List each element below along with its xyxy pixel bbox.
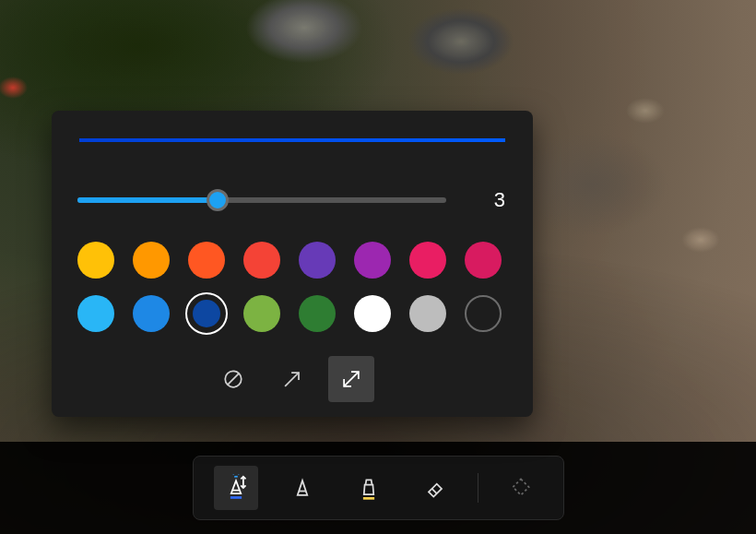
color-swatch-grid xyxy=(77,242,507,332)
stroke-preview xyxy=(79,138,505,142)
toolbar-separator xyxy=(478,473,478,503)
svg-line-9 xyxy=(431,489,436,493)
color-swatch[interactable] xyxy=(354,295,391,332)
svg-rect-10 xyxy=(513,479,528,494)
pen-tool-button[interactable] xyxy=(214,466,258,510)
swatch-row xyxy=(77,242,507,279)
swatch-row xyxy=(77,295,507,332)
pen-icon xyxy=(223,474,249,502)
no-tip-icon xyxy=(220,366,246,392)
eraser-icon xyxy=(422,474,448,502)
color-swatch[interactable] xyxy=(133,295,170,332)
color-swatch[interactable] xyxy=(409,242,446,279)
pen-settings-popup: 3 xyxy=(52,111,533,417)
shape-tool-button[interactable] xyxy=(499,466,543,510)
tip-doublearrow-button[interactable] xyxy=(328,356,374,402)
doublearrow-tip-icon xyxy=(338,366,364,392)
tip-arrow-button[interactable] xyxy=(269,356,315,402)
color-swatch[interactable] xyxy=(465,295,502,332)
arrow-tip-icon xyxy=(279,366,305,392)
color-swatch[interactable] xyxy=(133,242,170,279)
color-swatch[interactable] xyxy=(77,295,114,332)
highlighter-icon xyxy=(356,474,382,502)
thickness-slider[interactable] xyxy=(77,186,446,214)
color-swatch[interactable] xyxy=(243,242,280,279)
line-tip-row xyxy=(77,356,507,402)
color-swatch[interactable] xyxy=(299,295,336,332)
svg-line-2 xyxy=(285,373,299,386)
pen-plain-tool-button[interactable] xyxy=(280,466,325,510)
tip-none-button[interactable] xyxy=(210,356,256,402)
shape-icon xyxy=(508,474,534,502)
color-swatch[interactable] xyxy=(354,242,391,279)
color-swatch[interactable] xyxy=(465,242,502,279)
thickness-row: 3 xyxy=(77,186,507,214)
svg-line-1 xyxy=(228,374,239,385)
markup-toolbar xyxy=(193,456,564,520)
thickness-value: 3 xyxy=(468,188,507,212)
svg-line-3 xyxy=(344,372,359,386)
bottom-bar-area xyxy=(0,442,756,534)
color-swatch[interactable] xyxy=(185,292,228,335)
color-swatch[interactable] xyxy=(243,295,280,332)
slider-fill xyxy=(77,197,218,203)
pen-plain-icon xyxy=(289,474,315,502)
color-swatch[interactable] xyxy=(409,295,446,332)
color-swatch[interactable] xyxy=(77,242,114,279)
color-swatch[interactable] xyxy=(299,242,336,279)
eraser-tool-button[interactable] xyxy=(413,466,457,510)
color-swatch[interactable] xyxy=(188,242,225,279)
slider-thumb[interactable] xyxy=(207,189,229,211)
highlighter-tool-button[interactable] xyxy=(347,466,391,510)
